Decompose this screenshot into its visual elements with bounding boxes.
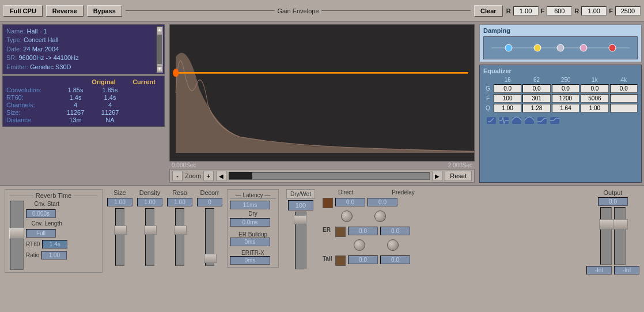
eq-q-3[interactable] [581,104,608,112]
predelay-knob[interactable] [374,210,386,222]
size-fader-track[interactable] [115,208,124,266]
tail-input-1[interactable] [348,255,378,264]
er-input-2[interactable] [380,227,410,235]
output-fader-thumb-1[interactable] [599,219,614,230]
gain-line-right [321,10,471,11]
rt60-input[interactable] [42,240,67,249]
cnv-length-input[interactable] [26,229,56,238]
direct-input-1[interactable] [335,198,365,206]
er-buildup-section: ER Buildup [230,231,276,246]
param-r1-input[interactable] [513,6,539,16]
ratio-input[interactable] [41,251,67,260]
output-label: Output [603,189,622,196]
eq-g-3[interactable] [581,84,608,93]
eq-q-0[interactable] [494,104,521,112]
zoom-plus-button[interactable]: + [203,171,214,181]
eq-f-3[interactable] [581,94,608,103]
bottom-section: Reverb Time Cnv. Start Cnv. Length [0,185,644,312]
er-input-1[interactable] [348,227,378,235]
inf-label-1[interactable] [586,266,612,275]
cnv-start-input[interactable] [26,209,56,218]
svg-point-2 [173,69,179,77]
density-fader-thumb[interactable] [144,225,157,235]
reverb-time-box: Reverb Time Cnv. Start Cnv. Length [5,189,103,273]
latency-dry-label: Dry [230,210,276,217]
eq-g-label: G [483,84,493,93]
info-scrollbar[interactable]: ▲ ▼ [156,26,163,73]
output-input[interactable] [598,197,628,206]
nav-right-button[interactable]: ▶ [432,171,442,181]
decorr-fader-track[interactable] [205,208,214,266]
eritrx-input[interactable] [230,256,270,265]
direct-knob[interactable] [341,210,353,222]
reverb-main-fader-track[interactable] [10,201,24,270]
stat-row-channels: Channels: 4 4 [6,102,161,108]
output-fader-2[interactable] [614,207,626,265]
damping-dot-3 [580,44,587,51]
zoom-thumb[interactable] [229,172,252,179]
eq-q-1[interactable] [522,104,550,112]
gain-envelope-label: Gain Envelope [126,7,471,14]
eq-g-0[interactable] [494,84,521,93]
stats-header: Original Current [6,78,161,85]
output-box: Output [586,189,639,275]
eritrx-label: ERITR-X [230,250,276,256]
latency-border-left: — [236,192,241,198]
output-fader-1[interactable] [600,207,612,265]
eq-g-4[interactable] [610,84,638,93]
drywet-input[interactable] [288,200,313,210]
zoom-minus-button[interactable]: - [172,171,183,181]
bypass-button[interactable]: Bypass [87,5,122,17]
eq-shapes-svg [486,115,635,126]
info-name: Name: Hall - 1 [6,27,161,36]
inf-labels [586,266,639,275]
param-f1-input[interactable] [547,6,572,16]
decorr-fader-thumb[interactable] [204,254,217,263]
density-fader-track[interactable] [145,208,154,266]
drywet-fader-track[interactable] [295,212,306,269]
eq-f-4[interactable] [610,94,638,103]
reso-label: Reso [172,189,187,196]
waveform-display[interactable] [169,24,475,161]
damping-title: Damping [483,27,638,34]
output-fader-thumb-2[interactable] [613,219,628,230]
info-type: Type: Concert Hall [6,36,161,44]
param-r2-input[interactable] [581,6,607,16]
tail-row: Tail [323,255,426,266]
clear-button[interactable]: Clear [474,5,503,17]
predelay-input-1[interactable] [368,198,397,206]
eq-g-2[interactable] [552,84,579,93]
size-input[interactable] [107,198,132,206]
latency-dry-input[interactable] [230,218,270,227]
eq-q-4[interactable] [610,104,638,112]
decorr-input[interactable] [197,198,222,206]
density-input[interactable] [137,198,162,206]
eq-g-1[interactable] [522,84,550,93]
tail-input-2[interactable] [380,255,410,264]
eq-f-2[interactable] [552,94,579,103]
reso-fader-track[interactable] [175,208,184,266]
nav-left-button[interactable]: ◀ [216,171,226,181]
reverse-button[interactable]: Reverse [46,5,84,17]
eq-f-1[interactable] [522,94,550,103]
er-knob-1[interactable] [354,239,365,251]
reverb-main-fader-thumb[interactable] [9,228,24,239]
drywet-fader-thumb[interactable] [294,215,306,224]
reso-input[interactable] [167,198,192,206]
er-buildup-input[interactable] [230,238,270,246]
eq-f-0[interactable] [494,94,521,103]
stat-row-distance: Distance: 13m NA [6,116,161,123]
param-f2-input[interactable] [615,6,641,16]
inf-label-2[interactable] [614,266,639,275]
reso-fader-thumb[interactable] [174,225,187,235]
tail-label: Tail [323,255,333,262]
cpu-button[interactable]: Full CPU [3,5,43,17]
left-panel: Name: Hall - 1 Type: Concert Hall Date: … [0,22,167,185]
latency-value-input[interactable] [230,201,270,209]
er-knob-2[interactable] [387,239,399,251]
eq-shape-row [483,115,638,126]
zoom-track[interactable] [229,172,430,180]
size-fader-thumb[interactable] [114,225,127,235]
reset-button[interactable]: Reset [445,171,472,181]
eq-q-2[interactable] [552,104,579,112]
